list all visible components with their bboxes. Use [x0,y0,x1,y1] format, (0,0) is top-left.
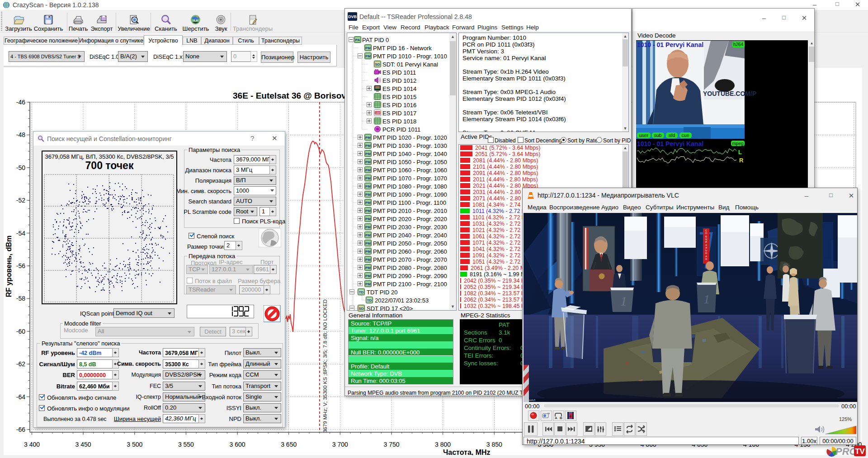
svg-text:3 450: 3 450 [75,441,91,448]
svg-text:КАНАЛ: КАНАЛ [526,399,535,401]
svg-text:TD: TD [359,290,364,294]
svg-text:PM: PM [365,209,371,213]
svg-text:PM: PM [365,46,371,50]
svg-text:TV: TV [855,447,865,456]
svg-text:-56: -56 [16,262,25,269]
svg-text:3 750: 3 750 [383,441,399,448]
svg-text:-52: -52 [16,197,25,204]
svg-text:PM: PM [365,168,371,172]
svg-text:3 850: 3 850 [486,441,502,448]
svg-text:Ь: Ь [705,249,707,252]
svg-text:-48: -48 [16,131,25,138]
svg-text:3 600: 3 600 [230,441,245,448]
svg-text:Ц: Ц [705,238,707,241]
svg-text:3 700: 3 700 [332,441,348,448]
svg-text:PM: PM [365,176,371,180]
svg-text:-60: -60 [16,328,25,335]
svg-text:PM: PM [365,282,371,286]
svg-text:PM: PM [365,160,371,164]
svg-text:PRO: PRO [835,446,857,457]
svg-text:PM: PM [365,193,371,197]
svg-text:Частота, MHz: Частота, MHz [443,449,491,455]
svg-text:3 800: 3 800 [435,441,451,448]
svg-text:PA: PA [355,38,360,42]
svg-text:И: И [705,241,707,243]
svg-text:-54: -54 [16,230,25,237]
svg-text:PM: PM [365,241,371,246]
svg-text:П: П [705,232,707,235]
svg-text:PM: PM [365,136,371,140]
svg-text:PM: PM [365,152,371,156]
svg-text:3 650: 3 650 [281,441,297,448]
svg-text:3 400: 3 400 [24,441,40,448]
svg-text:Я: Я [705,258,707,260]
svg-text:Л: Л [705,246,707,249]
svg-text:-58: -58 [16,295,25,302]
svg-text:PM: PM [365,274,371,278]
svg-text:PM: PM [365,54,371,58]
svg-text:-46: -46 [16,99,25,106]
svg-text:SD: SD [359,307,363,311]
svg-text:-50: -50 [16,164,25,171]
svg-text:-62: -62 [16,360,25,368]
svg-text:-64: -64 [16,393,25,401]
svg-text:PM: PM [365,217,371,221]
svg-text:-66: -66 [16,426,25,433]
svg-text:С: С [705,229,707,232]
svg-text:PM: PM [365,144,371,148]
svg-text:А: А [705,255,707,258]
svg-text:110: 110 [375,111,380,114]
svg-text:TD: TD [367,298,372,302]
svg-text:Е: Е [705,235,707,238]
svg-text:SD: SD [375,62,380,66]
svg-text:PM: PM [365,258,371,262]
svg-text:DVB: DVB [348,14,357,19]
svg-text:3 550: 3 550 [178,441,194,448]
svg-text:PM: PM [365,184,371,189]
svg-text:B: B [560,416,562,420]
svg-text:PM: PM [365,233,371,237]
svg-text:PM: PM [365,225,371,229]
svg-text:PM: PM [365,201,371,205]
svg-text:А: А [705,244,707,246]
svg-text:3679 MHz; V; 35300 KS ;8PSK; 3: 3679 MHz; V; 35300 KS ;8PSK; 3/5; 7.8 dB… [322,299,328,433]
svg-text:PM: PM [365,266,371,270]
svg-text:PM: PM [365,250,371,254]
svg-text:Н: Н [705,252,707,255]
svg-text:A: A [555,416,557,420]
svg-text:3 500: 3 500 [127,441,142,448]
svg-text:1: 1 [703,292,710,306]
svg-text:1: 1 [620,293,627,308]
